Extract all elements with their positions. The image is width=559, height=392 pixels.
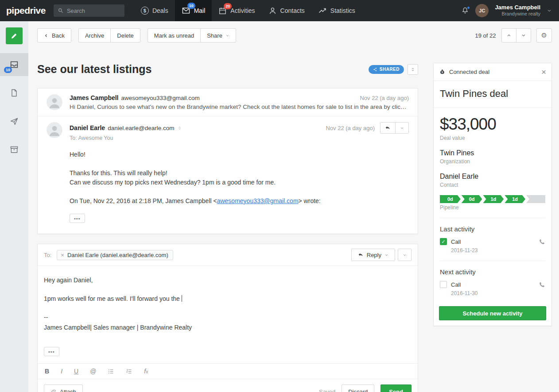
numbered-list-button[interactable] [126, 368, 132, 375]
reply-mode-button[interactable]: Reply [351, 249, 395, 261]
formatting-toolbar: B I U @ fx [38, 363, 418, 379]
numbered-list-icon [126, 368, 132, 375]
underline-button[interactable]: U [74, 368, 78, 375]
shared-badge[interactable]: SHARED [369, 65, 404, 74]
email-subject: See our latest listings [37, 63, 151, 76]
compose-button[interactable] [6, 27, 23, 44]
pipeline-progress[interactable]: 0d 0d 1d 1d [440, 195, 545, 203]
reply-arrow-icon [358, 252, 364, 258]
nav-deals[interactable]: $ Deals [134, 0, 175, 21]
previous-email-button[interactable] [501, 28, 516, 42]
share-label: Share [207, 32, 222, 39]
sidebar-item-archive[interactable] [0, 138, 28, 161]
search-input[interactable] [67, 8, 116, 14]
user-avatar[interactable]: JC [475, 4, 489, 17]
contact-name[interactable]: Daniel Earle [440, 173, 545, 181]
ellipsis-icon: ••• [74, 216, 81, 221]
sender-name: James Campbell [70, 94, 119, 101]
activity-checkbox-checked[interactable]: ✓ [440, 238, 447, 245]
paper-plane-icon [10, 117, 19, 126]
back-button[interactable]: Back [37, 28, 71, 42]
insert-fields-button[interactable]: fx [144, 368, 148, 375]
global-search[interactable] [54, 4, 124, 17]
pipeline-stage[interactable]: 0d [462, 195, 482, 203]
activity-type[interactable]: Call [451, 238, 461, 245]
deal-value-label: Deal value [440, 135, 545, 141]
user-menu-chevron-down-icon[interactable] [547, 8, 552, 13]
mail-sidebar: 10 [0, 21, 28, 392]
nav-mail-label: Mail [194, 7, 206, 14]
sidebar-item-sent[interactable] [0, 110, 28, 133]
sort-arrows-icon [411, 67, 415, 72]
mark-as-unread-button[interactable]: Mark as unread [148, 28, 201, 42]
mail-toolbar: Back Archive Delete Mark as unread Share… [37, 28, 552, 42]
document-icon [10, 88, 19, 97]
message-details-toggle[interactable] [178, 126, 182, 130]
activity-checkbox-unchecked[interactable] [440, 281, 447, 288]
nav-deals-label: Deals [152, 7, 168, 14]
reply-button[interactable] [380, 122, 396, 134]
pipeline-stage[interactable]: 1d [483, 195, 504, 203]
message-body: Hello! Thanks for this. This will really… [70, 150, 409, 206]
phone-icon [539, 238, 545, 245]
collapse-expand-thread-button[interactable] [408, 64, 418, 75]
phone-icon [539, 281, 545, 288]
pipeline-stage-remaining[interactable] [526, 195, 545, 203]
mail-column: See our latest listings SHARED [37, 57, 418, 392]
shared-label: SHARED [380, 67, 400, 72]
back-label: Back [52, 32, 65, 39]
notifications-bell-icon[interactable] [461, 7, 469, 15]
sidebar-item-drafts[interactable] [0, 81, 28, 104]
chevron-up-icon [506, 33, 512, 38]
statistics-icon [318, 6, 327, 15]
share-button[interactable]: Share [200, 28, 236, 42]
archive-box-icon [10, 145, 19, 154]
panel-header-label: Connected deal [449, 69, 489, 75]
nav-activities[interactable]: 20 Activities [212, 0, 261, 21]
settings-button[interactable]: ⚙ [536, 28, 552, 42]
schedule-new-activity-button[interactable]: Schedule new activity [439, 306, 546, 320]
reply-options-button[interactable] [395, 122, 409, 134]
recipient-chip[interactable]: × Daniel Earle (daniel.earle@dearle.com) [57, 250, 173, 260]
next-email-button[interactable] [516, 28, 531, 42]
user-menu[interactable]: James Campbell Brandywine realty [495, 4, 540, 17]
nav-mail[interactable]: 10 Mail [175, 0, 212, 21]
mention-button[interactable]: @ [90, 368, 96, 375]
body-paragraph: Hello! [70, 150, 409, 159]
body-line: Can we discuss my top picks next Wednesd… [70, 179, 276, 186]
show-quoted-text-button[interactable]: ••• [44, 347, 59, 356]
italic-button[interactable]: I [61, 368, 62, 375]
user-company: Brandywine realty [495, 11, 540, 17]
send-button[interactable]: Send [380, 384, 411, 392]
archive-button[interactable]: Archive [78, 28, 111, 42]
discard-button[interactable]: Discard [342, 384, 374, 392]
search-icon [58, 8, 64, 14]
pipeline-label: Pipeline [440, 204, 545, 211]
composer-options-button[interactable] [398, 249, 411, 261]
remove-recipient-icon[interactable]: × [61, 252, 64, 258]
pipeline-stage[interactable]: 1d [505, 195, 525, 203]
quoted-email-link[interactable]: awesomeyou333@gmail.com [217, 197, 299, 204]
activities-badge: 20 [224, 3, 232, 9]
deal-title[interactable]: Twin Pines deal [434, 81, 551, 108]
pipeline-stage[interactable]: 0d [440, 195, 461, 203]
nav-contacts[interactable]: Contacts [262, 0, 311, 21]
delete-button[interactable]: Delete [110, 28, 140, 42]
pipedrive-logo[interactable]: pipedrive [0, 5, 54, 16]
activity-type[interactable]: Call [451, 281, 461, 288]
message-collapsed[interactable]: James Campbell awesomeyou333@gmail.com N… [38, 88, 418, 116]
bold-button[interactable]: B [45, 368, 49, 375]
show-trimmed-content-button[interactable]: ••• [70, 214, 85, 223]
bullet-list-button[interactable] [108, 368, 114, 375]
chevron-down-icon [521, 33, 526, 38]
composer-body-editor[interactable]: Hey again Daniel, 1pm works well for me … [38, 266, 418, 363]
nav-statistics[interactable]: Statistics [311, 0, 362, 21]
sidebar-item-inbox[interactable]: 10 [0, 53, 28, 76]
money-bag-icon: $ [439, 69, 446, 75]
attach-button[interactable]: Attach [44, 384, 83, 392]
close-panel-icon[interactable]: × [541, 68, 546, 76]
avatar [47, 94, 62, 110]
bullet-list-icon [108, 368, 114, 375]
organization-name[interactable]: Twin Pines [440, 149, 545, 157]
message-expanded: Daniel Earle daniel.earle@dearle.com Nov… [38, 116, 418, 234]
